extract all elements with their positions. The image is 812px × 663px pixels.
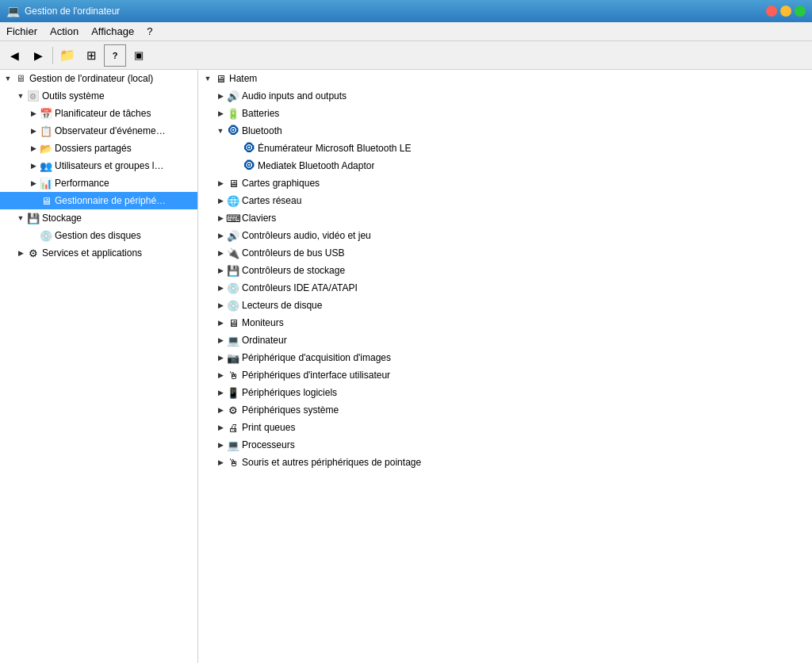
tree-item-stockage[interactable]: 💾 Stockage: [0, 209, 197, 227]
right-item-ctrl-stockage[interactable]: 💾 Contrôleurs de stockage: [198, 262, 812, 279]
arrow-print: [214, 421, 227, 434]
right-item-batteries[interactable]: 🔋 Batteries: [198, 105, 812, 122]
tree-item-observ[interactable]: 📋 Observateur d'événeme…: [0, 122, 197, 140]
arrow-cartes-graph: [214, 177, 227, 190]
back-button[interactable]: ◀: [3, 44, 25, 67]
arrow-ctrl-usb: [214, 247, 227, 259]
tree-item-utilisateurs[interactable]: 👥 Utilisateurs et groupes l…: [0, 157, 197, 174]
icon-observ: 📋: [40, 125, 52, 137]
right-item-bt-enum[interactable]: ⭗ Énumérateur Microsoft Bluetooth LE: [198, 140, 812, 157]
right-item-print[interactable]: 🖨 Print queues: [198, 419, 812, 436]
menu-fichier[interactable]: Fichier: [0, 24, 44, 39]
label-gestionnaire: Gestionnaire de périphé…: [55, 195, 166, 206]
arrow-planif: [27, 107, 40, 120]
right-item-periph-log[interactable]: 📱 Périphériques logiciels: [198, 384, 812, 401]
right-item-proc[interactable]: 💻 Processeurs: [198, 436, 812, 454]
right-item-moniteurs[interactable]: 🖥 Moniteurs: [198, 314, 812, 332]
arrow-moniteurs: [214, 316, 227, 329]
label-ctrl-stockage: Contrôleurs de stockage: [242, 265, 345, 276]
icon-outils: ⚙: [27, 90, 40, 102]
right-item-ctrl-usb[interactable]: 🔌 Contrôleurs de bus USB: [198, 244, 812, 262]
right-item-claviers[interactable]: ⌨ Claviers: [198, 209, 812, 227]
label-services: Services et applications: [42, 247, 142, 259]
arrow-audio: [214, 90, 227, 102]
right-item-bt-mediatek[interactable]: ⭗ Mediatek Bluetooth Adaptor: [198, 157, 812, 174]
toolbar-separator-1: [52, 47, 53, 64]
icon-periph-log: 📱: [227, 386, 239, 399]
icon-dossiers: 📂: [40, 142, 52, 155]
right-item-souris[interactable]: 🖱 Souris et autres périphériques de poin…: [198, 454, 812, 471]
icon-bluetooth: ⭗: [227, 125, 239, 137]
arrow-bt-mediatek: [230, 159, 243, 172]
right-item-lecteurs[interactable]: 💿 Lecteurs de disque: [198, 297, 812, 314]
label-periph-acq: Périphérique d'acquisition d'images: [242, 352, 391, 363]
grid-button[interactable]: ⊞: [80, 44, 102, 67]
icon-print: 🖨: [227, 421, 239, 434]
arrow-cartes-res: [214, 194, 227, 207]
tree-item-disques[interactable]: 💿 Gestion des disques: [0, 227, 197, 244]
right-item-audio[interactable]: 🔊 Audio inputs and outputs: [198, 87, 812, 105]
right-item-ctrl-audio[interactable]: 🔊 Contrôleurs audio, vidéo et jeu: [198, 227, 812, 244]
right-item-bluetooth[interactable]: ⭗ Bluetooth: [198, 122, 812, 140]
label-ctrl-ide: Contrôleurs IDE ATA/ATAPI: [242, 282, 358, 293]
icon-moniteurs: 🖥: [227, 316, 239, 329]
folder-button[interactable]: 📁: [56, 44, 79, 67]
arrow-observ: [27, 125, 40, 137]
label-root: Gestion de l'ordinateur (local): [29, 73, 153, 84]
icon-periph-iface: 🖱: [227, 369, 239, 381]
arrow-periph-log: [214, 386, 227, 399]
icon-services: ⚙: [27, 247, 40, 259]
label-bt-enum: Énumérateur Microsoft Bluetooth LE: [258, 143, 411, 154]
arrow-ctrl-stockage: [214, 264, 227, 277]
menu-action[interactable]: Action: [44, 24, 85, 39]
label-stockage: Stockage: [42, 213, 82, 224]
right-item-periph-acq[interactable]: 📷 Périphérique d'acquisition d'images: [198, 349, 812, 366]
label-moniteurs: Moniteurs: [242, 317, 284, 328]
label-ctrl-usb: Contrôleurs de bus USB: [242, 247, 344, 259]
label-bt-mediatek: Mediatek Bluetooth Adaptor: [258, 160, 374, 171]
help-button[interactable]: ?: [104, 44, 126, 67]
label-periph-sys: Périphériques système: [242, 404, 339, 416]
tree-item-planif[interactable]: 📅 Planificateur de tâches: [0, 105, 197, 122]
arrow-ctrl-audio: [214, 229, 227, 242]
forward-button[interactable]: ▶: [27, 44, 49, 67]
right-item-hatem[interactable]: 🖥 Hatem: [198, 70, 812, 87]
right-item-periph-sys[interactable]: ⚙ Périphériques système: [198, 401, 812, 419]
right-item-periph-iface[interactable]: 🖱 Périphériques d'interface utilisateur: [198, 366, 812, 384]
arrow-services: [14, 247, 27, 259]
icon-perf: 📊: [40, 177, 52, 190]
tree-item-perf[interactable]: 📊 Performance: [0, 174, 197, 192]
tree-item-dossiers[interactable]: 📂 Dossiers partagés: [0, 140, 197, 157]
tree-item-root[interactable]: 🖥 Gestion de l'ordinateur (local): [0, 70, 197, 87]
right-panel: 🖥 Hatem 🔊 Audio inputs and outputs 🔋 Bat…: [198, 70, 812, 663]
maximize-btn[interactable]: [780, 6, 791, 17]
icon-souris: 🖱: [227, 456, 239, 469]
arrow-disques: [27, 229, 40, 242]
arrow-root: [2, 72, 14, 85]
tree-item-outils[interactable]: ⚙ Outils système: [0, 87, 197, 105]
tree-item-gestionnaire[interactable]: 🖥 Gestionnaire de périphé…: [0, 192, 197, 209]
label-outils: Outils système: [42, 90, 105, 102]
right-item-ctrl-ide[interactable]: 💿 Contrôleurs IDE ATA/ATAPI: [198, 279, 812, 297]
label-cartes-graph: Cartes graphiques: [242, 178, 320, 189]
right-item-cartes-graph[interactable]: 🖥 Cartes graphiques: [198, 174, 812, 192]
label-perf: Performance: [55, 178, 109, 189]
view-button[interactable]: ▣: [128, 44, 150, 67]
close-btn[interactable]: [795, 6, 806, 17]
left-panel: 🖥 Gestion de l'ordinateur (local) ⚙ Outi…: [0, 70, 198, 663]
tree-item-services[interactable]: ⚙ Services et applications: [0, 244, 197, 262]
right-item-ordinateur[interactable]: 💻 Ordinateur: [198, 332, 812, 349]
minimize-btn[interactable]: [766, 6, 777, 17]
menu-affichage[interactable]: Affichage: [85, 24, 140, 39]
icon-claviers: ⌨: [227, 212, 239, 224]
icon-lecteurs: 💿: [227, 299, 239, 312]
title-icon: 💻: [6, 5, 20, 17]
label-observ: Observateur d'événeme…: [55, 125, 166, 136]
menu-help[interactable]: ?: [140, 24, 159, 39]
icon-cartes-res: 🌐: [227, 194, 239, 207]
icon-ctrl-audio: 🔊: [227, 229, 239, 242]
arrow-utilisateurs: [27, 159, 40, 172]
icon-ordinateur: 💻: [227, 334, 239, 347]
right-item-cartes-res[interactable]: 🌐 Cartes réseau: [198, 192, 812, 209]
arrow-periph-sys: [214, 404, 227, 416]
